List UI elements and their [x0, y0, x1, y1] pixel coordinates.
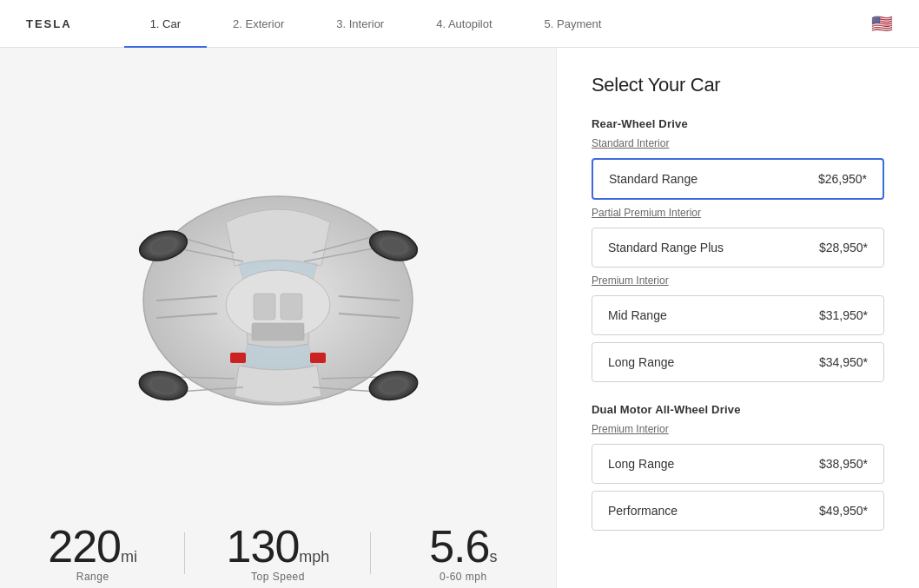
- svg-rect-26: [252, 323, 304, 340]
- main-layout: 220mi Range 130mph Top Speed 5.6s 0-60 m…: [0, 48, 919, 588]
- option-standard-range[interactable]: Standard Range $26,950*: [592, 158, 884, 200]
- stat-accel-value: 5.6s: [429, 524, 497, 569]
- svg-rect-24: [254, 294, 275, 320]
- nav-step-autopilot[interactable]: 4. Autopilot: [410, 0, 518, 48]
- awd-drive-type-label: Dual Motor All-Wheel Drive: [592, 403, 884, 416]
- flag-icon: 🇺🇸: [871, 13, 893, 34]
- nav-step-exterior[interactable]: 2. Exterior: [207, 0, 310, 48]
- option-name: Standard Range Plus: [608, 241, 724, 254]
- tesla-logo: TESLA: [26, 17, 72, 30]
- option-name: Standard Range: [609, 172, 698, 186]
- nav-step-interior[interactable]: 3. Interior: [310, 0, 410, 48]
- option-price: $28,950*: [819, 241, 868, 254]
- option-price: $38,950*: [819, 457, 868, 471]
- stat-range-value: 220mi: [48, 524, 137, 569]
- car-panel: 220mi Range 130mph Top Speed 5.6s 0-60 m…: [0, 48, 556, 588]
- option-price: $26,950*: [818, 172, 867, 186]
- premium-interior-label-awd[interactable]: Premium Interior: [592, 423, 884, 435]
- config-title: Select Your Car: [592, 74, 884, 96]
- premium-interior-label-rwd[interactable]: Premium Interior: [592, 274, 884, 287]
- partial-premium-interior-label[interactable]: Partial Premium Interior: [592, 207, 884, 219]
- awd-section: Dual Motor All-Wheel Drive Premium Inter…: [592, 403, 884, 531]
- option-name: Performance: [608, 504, 678, 518]
- option-standard-range-plus[interactable]: Standard Range Plus $28,950*: [592, 228, 884, 268]
- rwd-drive-type-label: Rear-Wheel Drive: [592, 117, 884, 130]
- car-image: [52, 162, 504, 439]
- stat-speed-value: 130mph: [227, 524, 330, 569]
- stat-speed-label: Top Speed: [251, 571, 305, 583]
- option-performance[interactable]: Performance $49,950*: [592, 491, 884, 531]
- stat-acceleration: 5.6s 0-60 mph: [371, 524, 556, 583]
- top-nav: TESLA 1. Car 2. Exterior 3. Interior 4. …: [0, 0, 919, 48]
- option-mid-range[interactable]: Mid Range $31,950*: [592, 295, 884, 335]
- standard-interior-label[interactable]: Standard Interior: [592, 137, 884, 149]
- stat-top-speed: 130mph Top Speed: [185, 524, 370, 583]
- svg-rect-25: [281, 294, 302, 320]
- option-price: $31,950*: [819, 308, 868, 322]
- svg-rect-3: [310, 353, 326, 363]
- svg-rect-2: [230, 353, 246, 363]
- rwd-section: Rear-Wheel Drive Standard Interior Stand…: [592, 117, 884, 382]
- stat-accel-label: 0-60 mph: [440, 571, 487, 583]
- option-long-range-rwd[interactable]: Long Range $34,950*: [592, 342, 884, 382]
- stat-range-label: Range: [76, 571, 109, 583]
- nav-step-car[interactable]: 1. Car: [124, 0, 207, 48]
- option-name: Long Range: [608, 355, 674, 369]
- car-image-area: [35, 144, 521, 457]
- option-long-range-awd[interactable]: Long Range $38,950*: [592, 444, 884, 484]
- option-price: $49,950*: [819, 504, 868, 518]
- option-price: $34,950*: [819, 355, 868, 369]
- config-panel: Select Your Car Rear-Wheel Drive Standar…: [556, 48, 919, 588]
- option-name: Mid Range: [608, 308, 667, 322]
- nav-steps: 1. Car 2. Exterior 3. Interior 4. Autopi…: [124, 0, 871, 48]
- stats-bar: 220mi Range 130mph Top Speed 5.6s 0-60 m…: [0, 519, 556, 588]
- nav-step-payment[interactable]: 5. Payment: [519, 0, 628, 48]
- stat-range: 220mi Range: [0, 524, 185, 583]
- option-name: Long Range: [608, 457, 674, 471]
